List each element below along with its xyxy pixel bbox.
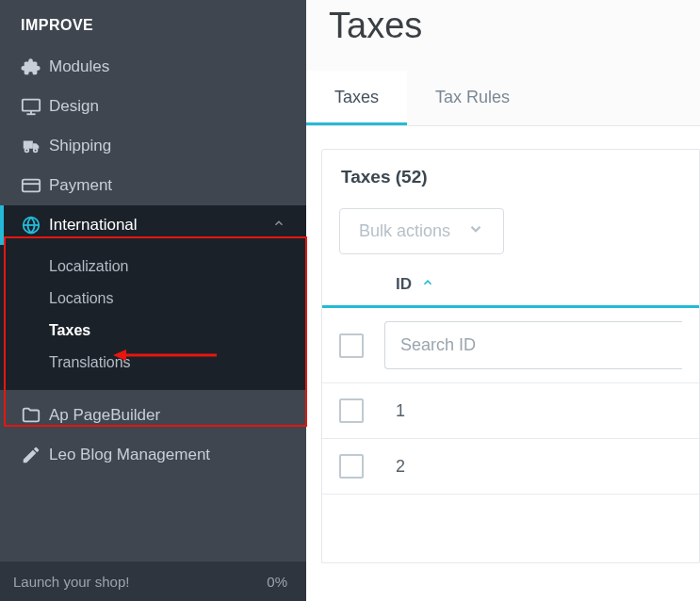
taxes-panel: Taxes (52) Bulk actions ID (321, 149, 700, 563)
tabs: Taxes Tax Rules (306, 71, 700, 126)
puzzle-icon (21, 57, 49, 77)
sidebar-item-label: Design (49, 97, 99, 116)
sidebar-item-label: Modules (49, 57, 109, 76)
sidebar-submenu-international: Localization Locations Taxes Translation… (0, 245, 306, 390)
launch-percent: 0% (267, 574, 287, 590)
bulk-actions-label: Bulk actions (359, 221, 450, 241)
row-checkbox[interactable] (339, 398, 364, 423)
sidebar-item-label: Ap PageBuilder (49, 406, 160, 425)
folder-icon (21, 405, 49, 426)
pencil-icon (21, 445, 49, 465)
sidebar-item-label: Payment (49, 176, 112, 195)
select-all-checkbox[interactable] (339, 333, 364, 358)
sidebar-item-design[interactable]: Design (0, 87, 306, 126)
sidebar-item-international[interactable]: International (0, 205, 306, 245)
chevron-up-icon (272, 216, 285, 235)
table-row[interactable]: 1 (322, 383, 699, 439)
svg-rect-5 (23, 180, 40, 192)
table-row[interactable]: 2 (322, 439, 699, 495)
submenu-item-locations[interactable]: Locations (0, 283, 306, 315)
sidebar-item-modules[interactable]: Modules (0, 47, 306, 87)
sidebar-item-label: Shipping (49, 137, 111, 155)
truck-icon (21, 136, 49, 156)
search-id-input[interactable] (384, 321, 682, 369)
main-content: Taxes Taxes Tax Rules Taxes (52) Bulk ac… (306, 0, 700, 601)
submenu-item-localization[interactable]: Localization (0, 251, 306, 283)
sidebar-item-shipping[interactable]: Shipping (0, 126, 306, 166)
card-icon (21, 175, 49, 196)
sidebar-section-title: IMPROVE (0, 0, 306, 47)
globe-icon (21, 215, 49, 236)
active-indicator (0, 205, 4, 245)
sort-asc-icon (421, 275, 434, 294)
cell-id: 1 (364, 401, 405, 421)
bulk-actions-button[interactable]: Bulk actions (339, 208, 504, 254)
launch-label: Launch your shop! (13, 574, 129, 590)
col-id-header[interactable]: ID (396, 275, 434, 294)
row-checkbox[interactable] (339, 454, 364, 479)
sidebar-item-ap-pagebuilder[interactable]: Ap PageBuilder (0, 396, 306, 435)
panel-title: Taxes (52) (322, 150, 699, 208)
svg-rect-0 (23, 100, 40, 111)
table-header: ID (322, 254, 699, 308)
cell-id: 2 (364, 457, 405, 477)
panel-wrap: Taxes (52) Bulk actions ID (306, 126, 700, 563)
sidebar-item-label: Leo Blog Management (49, 446, 210, 464)
sidebar-nav: Modules Design Shipping Payment I (0, 47, 306, 482)
sidebar-item-payment[interactable]: Payment (0, 166, 306, 205)
sidebar-item-label: International (49, 216, 138, 235)
filter-row (322, 308, 699, 383)
sidebar: IMPROVE Modules Design Shipping Payment (0, 0, 306, 601)
chevron-down-icon (467, 220, 484, 242)
tab-taxes[interactable]: Taxes (306, 71, 407, 125)
monitor-icon (21, 96, 49, 117)
tab-tax-rules[interactable]: Tax Rules (407, 71, 538, 125)
page-title: Taxes (306, 0, 700, 71)
svg-point-4 (34, 149, 38, 153)
submenu-item-translations[interactable]: Translations (0, 347, 306, 379)
sidebar-item-leo-blog[interactable]: Leo Blog Management (0, 435, 306, 475)
svg-point-3 (25, 149, 29, 153)
col-id-text: ID (396, 275, 412, 294)
submenu-item-taxes[interactable]: Taxes (0, 315, 306, 347)
launch-bar[interactable]: Launch your shop! 0% (0, 561, 306, 601)
